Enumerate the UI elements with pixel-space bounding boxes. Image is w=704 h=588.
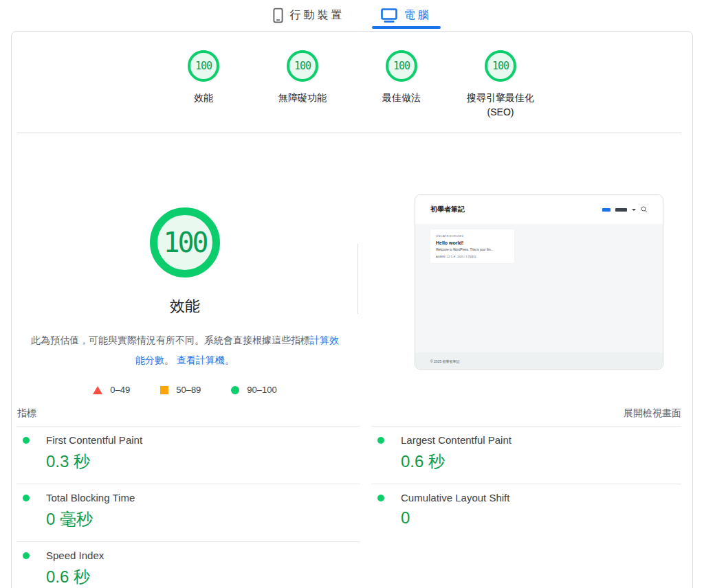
thumb-post-category: UNCATEGORIZED bbox=[436, 234, 509, 238]
metric-largest-contentful-paint: Largest Contentful Paint 0.6 秒 bbox=[371, 426, 681, 484]
thumb-nav-menu bbox=[615, 208, 627, 212]
score-badge: 100 bbox=[485, 50, 516, 82]
metric-name: Cumulative Layout Shift bbox=[401, 492, 509, 504]
report-card: 100 效能 100 無障礙功能 100 最佳做法 bbox=[11, 31, 693, 588]
thumb-site-nav bbox=[602, 206, 648, 213]
pass-dot-icon bbox=[377, 437, 384, 444]
performance-gauge-column: 100 效能 此為預估值，可能與實際情況有所不同。系統會直接根據這些指標計算效能… bbox=[12, 133, 358, 395]
active-tab-indicator bbox=[372, 26, 441, 29]
thumb-post-title: Hello world! bbox=[436, 240, 509, 245]
thumb-site-footer: © 2025 初學者筆記 bbox=[415, 352, 663, 370]
metric-value: 0.6 秒 bbox=[401, 451, 681, 473]
score-badge: 100 bbox=[287, 50, 318, 82]
performance-title: 效能 bbox=[12, 296, 358, 317]
metrics-grid: First Contentful Paint 0.3 秒 Total Block… bbox=[16, 426, 681, 588]
metric-name: Largest Contentful Paint bbox=[401, 434, 512, 446]
page-screenshot-thumbnail[interactable]: 初學者筆記 UNCATEGORIZED Hello world! Welcome… bbox=[415, 194, 663, 370]
performance-score: 100 bbox=[163, 227, 206, 258]
metric-name: Speed Index bbox=[46, 550, 104, 561]
metric-speed-index: Speed Index 0.6 秒 bbox=[16, 541, 360, 588]
tab-mobile[interactable]: 行動裝置 bbox=[270, 0, 348, 31]
thumb-post-meta: ADMIN / 12 5 月, 2025 / 1 則留言 bbox=[436, 255, 509, 258]
summary-item-seo[interactable]: 100 搜尋引擎最佳化 (SEO) bbox=[462, 50, 539, 133]
view-calculator-link[interactable]: 查看計算機。 bbox=[177, 354, 234, 365]
score-badge: 100 bbox=[188, 50, 219, 82]
pass-circle-icon bbox=[231, 386, 239, 394]
score-label: 最佳做法 bbox=[382, 91, 421, 105]
desktop-icon bbox=[381, 8, 397, 23]
metrics-column-right: Largest Contentful Paint 0.6 秒 Cumulativ… bbox=[371, 426, 681, 539]
pass-dot-icon bbox=[377, 495, 384, 501]
legend-average: 50–89 bbox=[160, 385, 201, 395]
metrics-header: 指標 展開檢視畫面 bbox=[12, 402, 692, 426]
pass-dot-icon bbox=[23, 552, 30, 559]
thumb-footer-text: © 2025 初學者筆記 bbox=[430, 359, 460, 363]
legend-fail: 0–49 bbox=[93, 385, 130, 395]
score-legend: 0–49 50–89 90–100 bbox=[12, 385, 358, 395]
vertical-divider bbox=[358, 244, 358, 314]
metric-value: 0 毫秒 bbox=[46, 508, 360, 530]
legend-pass: 90–100 bbox=[231, 385, 276, 395]
expand-view-button[interactable]: 展開檢視畫面 bbox=[624, 407, 681, 420]
thumb-post-excerpt: Welcome to WordPress. This is your firs.… bbox=[436, 248, 509, 251]
metric-first-contentful-paint: First Contentful Paint 0.3 秒 bbox=[16, 426, 360, 484]
summary-item-best-practices[interactable]: 100 最佳做法 bbox=[363, 50, 440, 133]
metric-value: 0.6 秒 bbox=[46, 566, 360, 588]
estimate-disclaimer: 此為預估值，可能與實際情況有所不同。系統會直接根據這些指標計算效能分數。 查看計… bbox=[30, 330, 340, 370]
metric-cumulative-layout-shift: Cumulative Layout Shift 0 bbox=[371, 484, 681, 539]
pass-dot-icon bbox=[23, 437, 30, 444]
score-label: 無障礙功能 bbox=[278, 91, 327, 105]
thumb-nav-link-blue bbox=[602, 208, 610, 212]
performance-gauge: 100 bbox=[150, 207, 220, 278]
fail-triangle-icon bbox=[93, 386, 102, 394]
metrics-column-left: First Contentful Paint 0.3 秒 Total Block… bbox=[16, 426, 360, 588]
metric-name: First Contentful Paint bbox=[46, 434, 142, 446]
metrics-title: 指標 bbox=[17, 407, 36, 420]
metric-value: 0.3 秒 bbox=[46, 451, 360, 473]
thumb-site-title: 初學者筆記 bbox=[430, 205, 465, 214]
score-summary: 100 效能 100 無障礙功能 100 最佳做法 bbox=[12, 32, 692, 133]
tab-desktop-label: 電腦 bbox=[404, 8, 432, 23]
search-icon bbox=[641, 206, 648, 213]
chevron-down-icon bbox=[632, 209, 636, 211]
thumb-page-body: UNCATEGORIZED Hello world! Welcome to Wo… bbox=[415, 224, 663, 352]
score-value: 100 bbox=[195, 60, 212, 72]
summary-item-performance[interactable]: 100 效能 bbox=[165, 50, 242, 133]
pass-dot-icon bbox=[23, 495, 30, 501]
score-badge: 100 bbox=[386, 50, 417, 82]
metric-total-blocking-time: Total Blocking Time 0 毫秒 bbox=[16, 484, 360, 541]
tab-mobile-label: 行動裝置 bbox=[290, 8, 345, 23]
thumb-site-header: 初學者筆記 bbox=[415, 195, 663, 224]
score-value: 100 bbox=[393, 60, 410, 72]
average-square-icon bbox=[160, 386, 168, 394]
summary-item-accessibility[interactable]: 100 無障礙功能 bbox=[264, 50, 341, 133]
score-value: 100 bbox=[294, 60, 311, 72]
metric-name: Total Blocking Time bbox=[46, 492, 135, 504]
metric-value: 0 bbox=[401, 508, 681, 528]
tab-desktop[interactable]: 電腦 bbox=[378, 0, 434, 31]
performance-section: 100 效能 此為預估值，可能與實際情況有所不同。系統會直接根據這些指標計算效能… bbox=[12, 133, 692, 402]
device-tabbar: 行動裝置 電腦 bbox=[0, 0, 704, 31]
thumb-post-card: UNCATEGORIZED Hello world! Welcome to Wo… bbox=[430, 229, 514, 263]
score-label: 搜尋引擎最佳化 (SEO) bbox=[467, 91, 534, 120]
score-value: 100 bbox=[492, 60, 509, 72]
phone-icon bbox=[273, 8, 283, 23]
score-label: 效能 bbox=[194, 91, 213, 105]
